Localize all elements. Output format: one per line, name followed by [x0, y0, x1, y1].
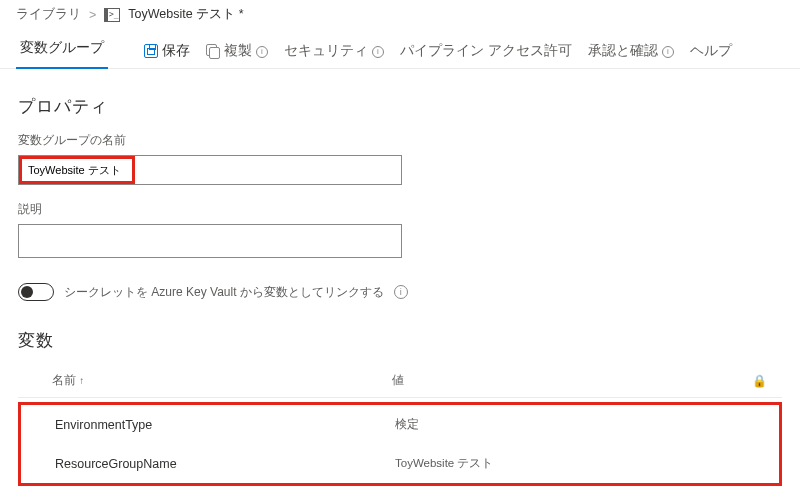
add-variable-button[interactable]: ＋ 追加: [18, 486, 782, 503]
variable-group-icon: [104, 8, 120, 22]
col-name[interactable]: 名前 ↑: [52, 372, 392, 389]
highlight-name: [19, 156, 135, 184]
name-input-wrapper: [18, 155, 402, 185]
save-button[interactable]: 保存: [138, 38, 196, 64]
pipeline-permissions-button[interactable]: パイプライン アクセス許可: [394, 38, 578, 64]
variables-header: 名前 ↑ 値 🔒: [18, 366, 782, 398]
approvals-button[interactable]: 承認と確認 i: [582, 38, 680, 64]
sort-asc-icon: ↑: [79, 375, 84, 386]
name-input[interactable]: [22, 159, 132, 181]
tab-variable-group[interactable]: 変数グループ: [16, 33, 108, 69]
name-label: 変数グループの名前: [18, 132, 782, 149]
keyvault-toggle[interactable]: [18, 283, 54, 301]
variable-value: 検定: [395, 417, 755, 432]
variable-value: ToyWebsite テスト: [395, 456, 755, 471]
info-icon: i: [662, 46, 674, 58]
section-properties-title: プロパティ: [18, 95, 782, 118]
variable-name: EnvironmentType: [55, 418, 395, 432]
help-button[interactable]: ヘルプ: [684, 38, 738, 64]
info-icon: i: [372, 46, 384, 58]
breadcrumb-title: ToyWebsite テスト *: [128, 6, 243, 23]
description-label: 説明: [18, 201, 782, 218]
security-button[interactable]: セキュリティ i: [278, 38, 390, 64]
variable-row[interactable]: EnvironmentType 検定: [21, 405, 779, 444]
breadcrumb: ライブラリ > ToyWebsite テスト *: [0, 0, 800, 27]
breadcrumb-root[interactable]: ライブラリ: [16, 6, 81, 23]
chevron-right-icon: >: [89, 8, 96, 22]
toolbar: 変数グループ 保存 複製 i セキュリティ i パイプライン アクセス許可 承認…: [0, 27, 800, 69]
info-icon[interactable]: i: [394, 285, 408, 299]
info-icon: i: [256, 46, 268, 58]
clone-icon: [206, 44, 220, 58]
description-input[interactable]: [18, 224, 402, 258]
keyvault-toggle-label: シークレットを Azure Key Vault から変数としてリンクする: [64, 284, 384, 301]
main-content: プロパティ 変数グループの名前 説明 シークレットを Azure Key Vau…: [0, 69, 800, 503]
lock-icon: 🔒: [752, 374, 767, 388]
section-variables-title: 変数: [18, 329, 782, 352]
save-icon: [144, 44, 158, 58]
clone-button[interactable]: 複製 i: [200, 38, 274, 64]
col-lock: 🔒: [752, 374, 797, 388]
variable-row[interactable]: ResourceGroupName ToyWebsite テスト: [21, 444, 779, 483]
highlight-variables: EnvironmentType 検定 ResourceGroupName Toy…: [18, 402, 782, 486]
variable-name: ResourceGroupName: [55, 457, 395, 471]
col-value[interactable]: 値: [392, 372, 752, 389]
